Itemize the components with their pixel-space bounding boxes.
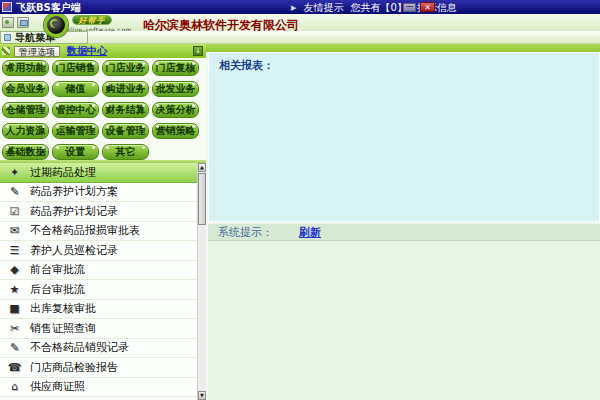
- function-menu-list: ✦ 过期药品处理 ✎ 药品养护计划方案 ☑ 药品养护计划记录 ✉ 不合格药品报损…: [0, 163, 197, 400]
- left-panel: 常用功能门店销售门店业务门店复核会员业务储值购进业务批发业务仓储管理管控中心财务…: [0, 58, 206, 400]
- content-area: [208, 243, 600, 400]
- menu-item-icon: ☑: [7, 205, 22, 218]
- menu-item[interactable]: ✂ 销售证照查询: [0, 319, 197, 339]
- refresh-link[interactable]: 刷新: [299, 225, 321, 240]
- menu-item-icon: ✂: [7, 322, 22, 335]
- module-button[interactable]: 门店复核: [152, 60, 199, 76]
- menu-item-icon: ★: [7, 283, 22, 296]
- menu-item-label: 出库复核审批: [30, 301, 96, 316]
- collapse-button[interactable]: ↓: [193, 46, 203, 56]
- scroll-down-icon[interactable]: ▼: [198, 391, 206, 400]
- menu-item-icon: ☎: [7, 361, 22, 374]
- module-button[interactable]: 管控中心: [52, 102, 99, 118]
- menu-item-label: 药品养护计划方案: [30, 184, 118, 199]
- module-button[interactable]: 设备管理: [102, 123, 149, 139]
- module-button[interactable]: 决策分析: [152, 102, 199, 118]
- module-button[interactable]: 门店销售: [52, 60, 99, 76]
- tab-data-center[interactable]: 数据中心: [67, 44, 107, 58]
- menu-item[interactable]: ★ 后台审批流: [0, 280, 197, 300]
- menu-item[interactable]: ☑ 药品养护计划记录: [0, 202, 197, 222]
- module-button[interactable]: 会员业务: [2, 81, 49, 97]
- menu-item[interactable]: ✦ 过期药品处理: [0, 163, 197, 183]
- system-tip-strip: 系统提示： 刷新: [208, 222, 600, 241]
- minimize-button[interactable]: —: [403, 3, 416, 12]
- menu-item-label: 养护人员巡检记录: [30, 243, 118, 258]
- menu-item-icon: ✉: [7, 224, 22, 237]
- tab-strip-extension: [206, 44, 600, 52]
- nav-menu-icon: [4, 34, 11, 41]
- menu-item-label: 过期药品处理: [30, 165, 96, 180]
- menu-item[interactable]: ✎ 不合格药品销毁记录: [0, 339, 197, 359]
- menu-item[interactable]: ✉ 不合格药品报损审批表: [0, 222, 197, 242]
- nav-menu-header[interactable]: 导航菜单: [0, 31, 88, 44]
- grid-view-icon[interactable]: [2, 47, 10, 55]
- menu-item-icon: ◆: [7, 263, 22, 276]
- menu-item-icon: ■: [7, 302, 22, 315]
- module-button[interactable]: 其它: [102, 144, 149, 160]
- related-reports-label: 相关报表：: [219, 58, 274, 73]
- menu-item-label: 销售证照查询: [30, 321, 96, 336]
- menu-item[interactable]: ☎ 门店商品检验报告: [0, 358, 197, 378]
- scrollbar-thumb[interactable]: [198, 173, 206, 225]
- notice-label: 友情提示: [303, 1, 343, 15]
- menu-item[interactable]: ■ 出库复核审批: [0, 300, 197, 320]
- app-icon: [2, 2, 12, 12]
- brand-tagline: 好帮手: [72, 15, 112, 25]
- menu-item[interactable]: ☰ 养护人员巡检记录: [0, 241, 197, 261]
- related-reports-panel: 相关报表：: [208, 52, 600, 222]
- menu-scrollbar[interactable]: ▲ ▼: [197, 163, 206, 400]
- module-button[interactable]: 常用功能: [2, 60, 49, 76]
- module-button[interactable]: 营销策略: [152, 123, 199, 139]
- notice-arrow-icon[interactable]: ▶: [291, 4, 296, 12]
- module-button[interactable]: 设置: [52, 144, 99, 160]
- module-button[interactable]: 人力资源: [2, 123, 49, 139]
- module-button[interactable]: 储值: [52, 81, 99, 97]
- menu-item-icon: ☰: [7, 244, 22, 257]
- tab-manage-options[interactable]: 管理选项: [14, 46, 60, 57]
- monitor-icon[interactable]: [17, 17, 29, 28]
- menu-item-label: 不合格药品销毁记录: [30, 340, 129, 355]
- tab-strip: 管理选项 数据中心 ↓: [0, 44, 206, 58]
- module-button[interactable]: 基础数据: [2, 144, 49, 160]
- module-button[interactable]: 运输管理: [52, 123, 99, 139]
- menu-item-icon: ⌂: [7, 380, 22, 393]
- menu-item[interactable]: ⌂ 供应商证照: [0, 378, 197, 398]
- client-tool-icon[interactable]: [2, 17, 14, 28]
- menu-item[interactable]: ◆ 前台审批流: [0, 261, 197, 281]
- module-button[interactable]: 购进业务: [102, 81, 149, 97]
- scroll-up-icon[interactable]: ▲: [198, 163, 206, 172]
- header: 好帮手 olive-software.com 哈尔滨奥林软件开发有限公司: [0, 14, 600, 31]
- menu-item-label: 药品养护计划记录: [30, 204, 118, 219]
- navigation-bar: 导航菜单: [0, 31, 600, 44]
- right-panel: 相关报表： 系统提示： 刷新: [206, 52, 600, 400]
- menu-item-label: 供应商证照: [30, 379, 85, 394]
- close-button[interactable]: ✕: [420, 2, 435, 12]
- module-button[interactable]: 门店业务: [102, 60, 149, 76]
- system-tip-label: 系统提示：: [218, 225, 273, 240]
- titlebar: 飞跃BS客户端 ▶ 友情提示 您共有【0】条提示信息 — ✕: [0, 0, 600, 14]
- menu-item-label: 不合格药品报损审批表: [30, 223, 140, 238]
- module-button[interactable]: 批发业务: [152, 81, 199, 97]
- menu-item-label: 门店商品检验报告: [30, 360, 118, 375]
- olive-logo-icon: [44, 13, 68, 37]
- menu-item[interactable]: ✎ 药品养护计划方案: [0, 183, 197, 203]
- module-button-grid: 常用功能门店销售门店业务门店复核会员业务储值购进业务批发业务仓储管理管控中心财务…: [2, 60, 199, 160]
- menu-item-icon: ✎: [7, 185, 22, 198]
- menu-item-icon: ✦: [7, 166, 22, 179]
- window-title: 飞跃BS客户端: [16, 1, 81, 15]
- module-button[interactable]: 仓储管理: [2, 102, 49, 118]
- module-button[interactable]: 财务结算: [102, 102, 149, 118]
- menu-item-icon: ✎: [7, 341, 22, 354]
- menu-item-label: 后台审批流: [30, 282, 85, 297]
- menu-item-label: 前台审批流: [30, 262, 85, 277]
